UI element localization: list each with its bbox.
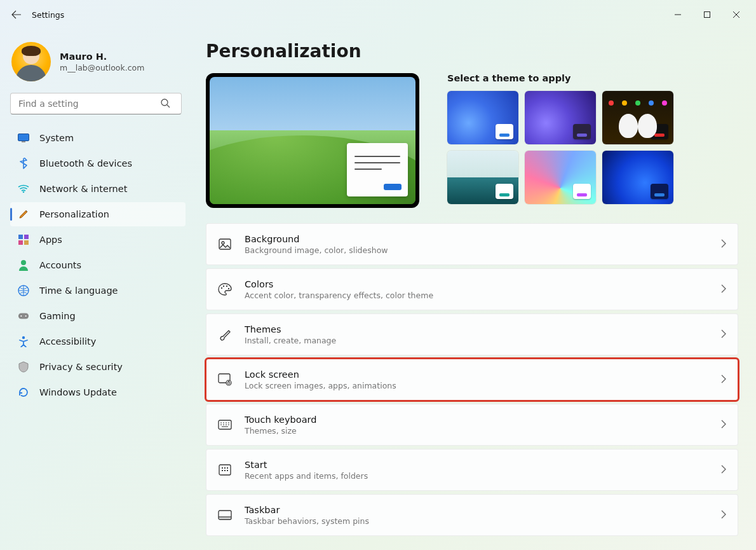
- wifi-icon: [18, 183, 29, 195]
- svg-point-20: [228, 288, 229, 289]
- row-touch-keyboard[interactable]: Touch keyboardThemes, size: [206, 404, 738, 446]
- chevron-right-icon: [721, 464, 726, 476]
- row-taskbar[interactable]: TaskbarTaskbar behaviors, system pins: [206, 494, 738, 536]
- sidebar-item-label: Accounts: [39, 260, 81, 270]
- sidebar-item-label: Time & language: [39, 285, 118, 296]
- svg-rect-2: [18, 134, 29, 141]
- search-icon: [160, 98, 170, 111]
- svg-rect-0: [705, 12, 710, 18]
- theme-tile[interactable]: [525, 91, 596, 144]
- svg-point-14: [22, 336, 25, 339]
- row-title: Touch keyboard: [245, 415, 708, 425]
- sidebar-item-time-language[interactable]: Time & language: [10, 278, 186, 303]
- svg-point-17: [221, 287, 222, 289]
- sidebar-item-label: System: [39, 133, 74, 143]
- row-subtitle: Recent apps and items, folders: [245, 471, 708, 481]
- sidebar-item-bluetooth[interactable]: Bluetooth & devices: [10, 151, 186, 175]
- sidebar-item-windows-update[interactable]: Windows Update: [10, 380, 186, 404]
- svg-rect-7: [18, 240, 23, 245]
- row-themes[interactable]: ThemesInstall, create, manage: [206, 313, 738, 355]
- accessibility-icon: [18, 336, 29, 347]
- picture-icon: [218, 237, 232, 251]
- sidebar-item-label: Apps: [39, 235, 62, 245]
- svg-point-9: [21, 260, 26, 265]
- sidebar-item-label: Gaming: [39, 311, 76, 321]
- bluetooth-icon: [18, 158, 29, 169]
- sidebar-item-privacy[interactable]: Privacy & security: [10, 355, 186, 379]
- profile-name: Mauro H.: [60, 52, 144, 62]
- sidebar-item-label: Personalization: [39, 209, 109, 219]
- svg-point-31: [227, 470, 228, 471]
- update-icon: [18, 387, 29, 398]
- sidebar-item-system[interactable]: System: [10, 126, 186, 150]
- content: Personalization Select a theme to apply: [191, 29, 756, 550]
- theme-tile[interactable]: [602, 151, 673, 204]
- window-buttons: [663, 4, 751, 25]
- svg-point-12: [20, 315, 22, 317]
- sidebar-item-accessibility[interactable]: Accessibility: [10, 329, 186, 354]
- maximize-icon: [704, 11, 710, 18]
- sidebar-item-personalization[interactable]: Personalization: [10, 202, 186, 226]
- taskbar-icon: [218, 508, 232, 522]
- svg-point-30: [224, 470, 226, 471]
- sidebar-item-label: Accessibility: [39, 336, 96, 347]
- sidebar-item-label: Network & internet: [39, 184, 127, 194]
- chevron-right-icon: [721, 374, 726, 386]
- search-wrap: [10, 93, 182, 114]
- sidebar-item-gaming[interactable]: Gaming: [10, 304, 186, 328]
- page-title: Personalization: [206, 41, 738, 62]
- theme-tile[interactable]: [447, 151, 518, 204]
- svg-point-13: [25, 315, 27, 317]
- chevron-right-icon: [721, 509, 726, 521]
- sidebar-item-network[interactable]: Network & internet: [10, 177, 186, 201]
- svg-point-29: [222, 470, 223, 471]
- avatar: [11, 42, 51, 81]
- profile-block[interactable]: Mauro H. m__lab@outlook.com: [11, 42, 183, 81]
- sidebar: Mauro H. m__lab@outlook.com System Bluet…: [0, 29, 191, 550]
- close-button[interactable]: [722, 4, 751, 25]
- row-subtitle: Accent color, transparency effects, colo…: [245, 291, 708, 300]
- row-subtitle: Themes, size: [245, 426, 708, 436]
- row-background[interactable]: BackgroundBackground image, color, slide…: [206, 223, 738, 265]
- svg-point-16: [222, 242, 224, 244]
- minimize-button[interactable]: [663, 4, 692, 25]
- svg-point-18: [223, 285, 224, 287]
- svg-point-26: [222, 467, 223, 469]
- svg-point-19: [226, 285, 227, 287]
- row-start[interactable]: StartRecent apps and items, folders: [206, 449, 738, 491]
- row-subtitle: Install, create, manage: [245, 336, 708, 345]
- paintbrush-icon: [18, 209, 29, 220]
- sidebar-item-label: Privacy & security: [39, 362, 123, 372]
- svg-rect-8: [24, 240, 29, 245]
- theme-tile[interactable]: [602, 91, 673, 144]
- lock-screen-icon: [218, 373, 232, 387]
- settings-list: BackgroundBackground image, color, slide…: [206, 223, 738, 544]
- svg-rect-11: [18, 313, 29, 319]
- chevron-right-icon: [721, 419, 726, 431]
- desktop-preview[interactable]: [206, 73, 419, 208]
- sidebar-item-apps[interactable]: Apps: [10, 228, 186, 252]
- theme-tile[interactable]: [525, 151, 596, 204]
- back-button[interactable]: [5, 3, 28, 26]
- row-subtitle: Lock screen images, apps, animations: [245, 381, 708, 390]
- theme-tile[interactable]: [447, 91, 518, 144]
- svg-point-4: [23, 191, 25, 193]
- svg-rect-5: [18, 235, 23, 239]
- svg-rect-3: [22, 141, 25, 142]
- keyboard-icon: [218, 418, 232, 432]
- preview-window-icon: [347, 143, 408, 196]
- svg-point-28: [227, 467, 228, 469]
- maximize-button[interactable]: [692, 4, 722, 25]
- chevron-right-icon: [721, 329, 726, 341]
- row-title: Taskbar: [245, 505, 708, 515]
- row-lock-screen[interactable]: Lock screenLock screen images, apps, ani…: [206, 359, 738, 401]
- row-title: Colors: [245, 279, 708, 289]
- sidebar-nav: System Bluetooth & devices Network & int…: [10, 126, 186, 404]
- row-colors[interactable]: ColorsAccent color, transparency effects…: [206, 268, 738, 310]
- brush-icon: [218, 327, 232, 341]
- row-title: Lock screen: [245, 369, 708, 380]
- themes-heading: Select a theme to apply: [447, 73, 738, 83]
- start-icon: [218, 463, 232, 477]
- sidebar-item-accounts[interactable]: Accounts: [10, 253, 186, 277]
- search-input[interactable]: [10, 93, 182, 114]
